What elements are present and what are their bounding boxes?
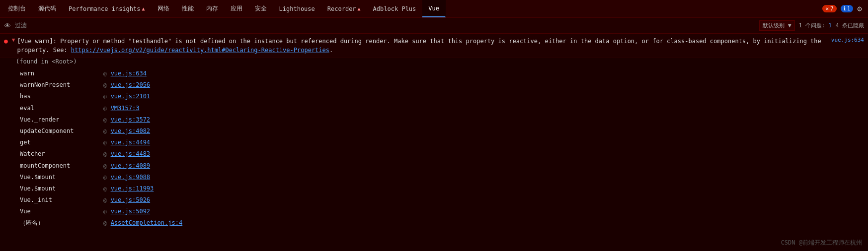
tab-app-label: 应用 [231, 4, 242, 13]
stack-link-4[interactable]: vue.js:3572 [111, 115, 150, 125]
tab-app[interactable]: 应用 [225, 0, 249, 17]
filter-right: 默认级别 ▼ 1 个问题: 1 4 条已隐藏 [759, 20, 864, 31]
error-entry: ● ▼ [Vue warn]: Property or method "test… [0, 34, 868, 58]
tab-lighthouse[interactable]: Lighthouse [273, 0, 321, 17]
info-badge[interactable]: ℹ 1 [841, 5, 854, 12]
stack-row-6: get @ vue.js:4494 [4, 137, 864, 148]
tab-console-label: 控制台 [8, 4, 26, 13]
stack-row-1: warnNonPresent @ vue.js:2056 [4, 79, 864, 91]
issue-count: 1 个问题: 1 [799, 22, 832, 29]
stack-fn-1: warnNonPresent [20, 80, 99, 90]
stack-fn-5: updateComponent [20, 126, 99, 136]
stack-link-1[interactable]: vue.js:2056 [111, 80, 150, 90]
stack-row-4: Vue._render @ vue.js:3572 [4, 114, 864, 126]
stack-fn-10: Vue.$mount [20, 184, 99, 193]
error-badge[interactable]: ✕ 7 [822, 5, 836, 12]
tab-performance-insights-label: Performance insights [69, 5, 141, 12]
stack-link-0[interactable]: vue.js:634 [111, 69, 147, 78]
tab-performance-insights[interactable]: Performance insights ▲ [63, 0, 152, 17]
stack-row-10: Vue.$mount @ vue.js:11993 [4, 183, 864, 194]
stack-at-12: @ [103, 207, 107, 216]
stack-row-13: （匿名） @ AssetCompletion.js:4 [4, 217, 864, 229]
stack-link-9[interactable]: vue.js:9088 [111, 173, 150, 182]
tab-adblock[interactable]: Adblock Plus [367, 0, 423, 17]
error-message: [Vue warn]: Property or method "testhand… [17, 37, 823, 55]
tab-security-label: 安全 [255, 4, 267, 13]
stack-link-7[interactable]: vue.js:4483 [111, 149, 150, 159]
stack-link-8[interactable]: vue.js:4089 [111, 161, 150, 171]
error-count: 7 [830, 5, 834, 12]
eye-icon[interactable]: 👁 [4, 22, 11, 30]
tab-recorder-label: Recorder [327, 5, 356, 12]
tab-console[interactable]: 控制台 [2, 0, 32, 17]
stack-row-5: updateComponent @ vue.js:4082 [4, 126, 864, 137]
stack-link-2[interactable]: vue.js:2101 [111, 92, 150, 101]
stack-link-11[interactable]: vue.js:5026 [111, 195, 150, 205]
stack-fn-8: mountComponent [20, 161, 99, 171]
stack-fn-3: eval [20, 104, 99, 113]
stack-at-6: @ [103, 138, 107, 147]
tab-recorder[interactable]: Recorder ▲ [321, 0, 367, 17]
stack-at-10: @ [103, 185, 107, 193]
level-select[interactable]: 默认级别 ▼ [759, 20, 794, 31]
error-x-icon: ✕ [825, 5, 829, 12]
tab-recorder-badge: ▲ [358, 6, 361, 11]
tab-performance-label: 性能 [182, 4, 194, 13]
top-right-controls: ✕ 7 ℹ 1 ⚙ [822, 4, 866, 13]
stack-row-0: warn @ vue.js:634 [4, 68, 864, 79]
stack-area: warn @ vue.js:634 warnNonPresent @ vue.j… [0, 67, 868, 230]
tab-source-label: 源代码 [38, 4, 56, 13]
error-link[interactable]: https://vuejs.org/v2/guide/reactivity.ht… [71, 47, 329, 54]
tab-performance[interactable]: 性能 [176, 0, 200, 17]
stack-link-6[interactable]: vue.js:4494 [111, 138, 150, 147]
stack-at-5: @ [103, 127, 107, 136]
error-link-suffix: . [329, 47, 333, 54]
stack-link-12[interactable]: vue.js:5092 [111, 207, 150, 216]
stack-link-3[interactable]: VM3157:3 [111, 104, 140, 113]
error-source[interactable]: vue.js:634 [831, 37, 864, 43]
filter-bar: 👁 过滤 默认级别 ▼ 1 个问题: 1 4 条已隐藏 [0, 18, 868, 34]
stack-fn-7: Watcher [20, 149, 99, 159]
stack-row-9: Vue.$mount @ vue.js:9088 [4, 172, 864, 183]
tab-network[interactable]: 网络 [152, 0, 176, 17]
stack-at-8: @ [103, 162, 107, 171]
stack-at-2: @ [103, 92, 107, 101]
tab-lighthouse-label: Lighthouse [279, 5, 315, 12]
tab-performance-insights-badge: ▲ [142, 6, 145, 11]
stack-fn-9: Vue.$mount [20, 173, 99, 182]
hidden-count: 4 条已隐藏 [836, 22, 864, 29]
stack-link-10[interactable]: vue.js:11993 [111, 184, 154, 193]
issue-count-label: 1 个问题: [799, 22, 825, 29]
stack-row-12: Vue @ vue.js:5092 [4, 206, 864, 217]
stack-fn-4: Vue._render [20, 115, 99, 125]
stack-fn-2: has [20, 92, 99, 101]
stack-at-0: @ [103, 69, 107, 78]
settings-icon[interactable]: ⚙ [857, 4, 862, 13]
tab-security[interactable]: 安全 [249, 0, 273, 17]
stack-at-7: @ [103, 150, 107, 159]
stack-at-9: @ [103, 173, 107, 182]
stack-at-4: @ [103, 116, 107, 125]
expand-icon[interactable]: ▼ [12, 37, 15, 43]
tab-source[interactable]: 源代码 [32, 0, 63, 17]
found-in: (found in <Root>) [0, 58, 868, 67]
stack-fn-11: Vue._init [20, 195, 99, 205]
tab-memory[interactable]: 内存 [200, 0, 225, 17]
filter-input[interactable] [31, 22, 755, 29]
stack-link-5[interactable]: vue.js:4082 [111, 126, 150, 136]
stack-at-3: @ [103, 104, 107, 113]
tab-memory-label: 内存 [206, 4, 218, 13]
stack-row-8: mountComponent @ vue.js:4089 [4, 160, 864, 172]
info-count: 1 [847, 5, 851, 12]
tab-vue[interactable]: Vue [422, 0, 446, 17]
stack-at-11: @ [103, 196, 107, 205]
stack-at-1: @ [103, 81, 107, 90]
stack-row-11: Vue._init @ vue.js:5026 [4, 194, 864, 206]
stack-row-7: Watcher @ vue.js:4483 [4, 148, 864, 160]
tab-vue-label: Vue [428, 5, 439, 12]
stack-link-13[interactable]: AssetCompletion.js:4 [111, 218, 183, 228]
stack-row-3: eval @ VM3157:3 [4, 103, 864, 114]
error-circle-icon: ● [4, 37, 8, 45]
stack-fn-0: warn [20, 69, 99, 78]
tab-bar: 控制台 源代码 Performance insights ▲ 网络 性能 内存 … [0, 0, 868, 18]
